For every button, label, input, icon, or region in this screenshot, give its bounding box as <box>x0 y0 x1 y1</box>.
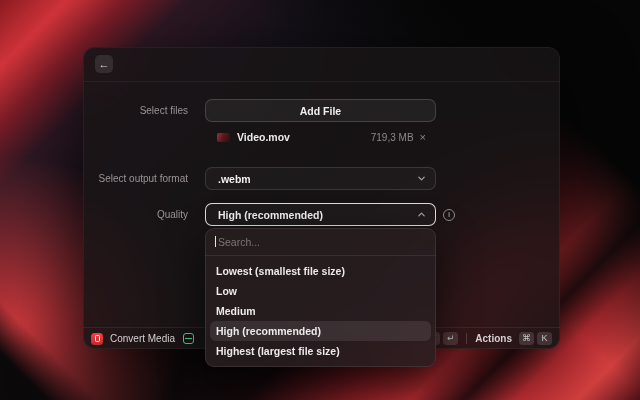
back-button[interactable]: ← <box>95 55 113 73</box>
option-high[interactable]: High (recommended) <box>210 321 431 341</box>
output-format-label: Select output format <box>83 173 188 184</box>
window-header: ← <box>83 47 560 82</box>
dropdown-search-input[interactable]: Search... <box>205 228 436 256</box>
convert-media-icon <box>183 333 194 344</box>
quality-dropdown-popover: Search... Lowest (smallest file size) Lo… <box>205 228 436 367</box>
cmd-key-badge[interactable]: ⌘ <box>519 332 534 345</box>
option-highest[interactable]: Highest (largest file size) <box>210 341 431 361</box>
option-lowest[interactable]: Lowest (smallest file size) <box>210 261 431 281</box>
footer-actions: ⌘ ↵ Actions ⌘ K <box>425 332 552 345</box>
actions-button[interactable]: Actions <box>475 333 512 344</box>
dropdown-option-list: Lowest (smallest file size) Low Medium H… <box>205 256 436 366</box>
chevron-down-icon <box>417 174 426 183</box>
option-medium[interactable]: Medium <box>210 301 431 321</box>
output-format-select[interactable]: .webm <box>205 167 436 190</box>
chevron-up-icon <box>417 210 426 219</box>
quality-label: Quality <box>83 209 188 220</box>
raycast-glyph <box>95 335 100 342</box>
search-placeholder: Search... <box>218 236 260 248</box>
quality-select[interactable]: High (recommended) <box>205 203 436 226</box>
remove-file-icon[interactable]: × <box>420 132 426 142</box>
option-low[interactable]: Low <box>210 281 431 301</box>
file-name: Video.mov <box>237 131 290 143</box>
raycast-app-icon <box>91 333 103 345</box>
select-files-label: Select files <box>83 105 188 116</box>
command-name: Convert Media <box>110 333 175 344</box>
enter-key-badge[interactable]: ↵ <box>443 332 458 345</box>
k-key-badge[interactable]: K <box>537 332 552 345</box>
text-cursor <box>215 236 216 247</box>
footer-divider <box>466 333 467 344</box>
add-file-button[interactable]: Add File <box>205 99 436 122</box>
video-thumbnail-icon <box>217 133 230 142</box>
info-icon[interactable]: i <box>443 209 455 221</box>
file-size: 719,3 MB <box>371 132 414 143</box>
output-format-value: .webm <box>218 173 251 185</box>
file-item-row[interactable]: Video.mov 719,3 MB × <box>205 127 436 147</box>
quality-value: High (recommended) <box>218 209 323 221</box>
